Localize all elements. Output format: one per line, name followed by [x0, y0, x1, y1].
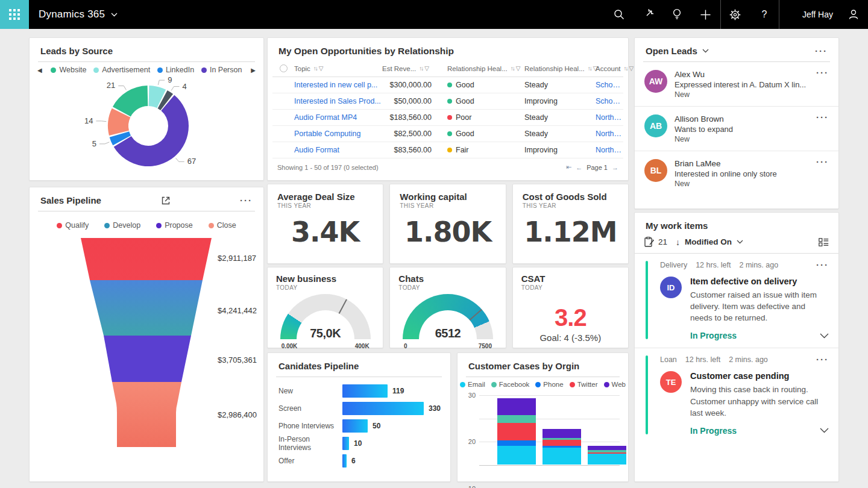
sales-funnel-chart[interactable]: $2,911,187$4,241,442$3,705,361$2,986,400 — [30, 232, 265, 461]
sort-icon[interactable]: ↑↓ — [511, 65, 514, 72]
funnel-stage-develop[interactable] — [90, 280, 203, 336]
table-row[interactable]: Audio Format MP4 $183,560.00 Poor Steady… — [272, 110, 623, 126]
work-item-title[interactable]: Item defective on delivery — [690, 277, 829, 286]
sort-by-selector[interactable]: Modified On — [685, 237, 732, 246]
work-item-title[interactable]: Customer case pending — [690, 371, 829, 381]
lead-more-button[interactable]: ··· — [816, 70, 829, 99]
legend-next-icon[interactable]: ▶ — [249, 67, 257, 74]
help-button[interactable]: ? — [750, 0, 779, 29]
legend-item-twitter[interactable]: Twitter — [570, 381, 598, 388]
customer-cases-stacked-chart[interactable]: 3020100 — [464, 395, 620, 474]
lead-name[interactable]: Brian LaMee — [675, 159, 816, 168]
prev-page-icon[interactable]: ← — [576, 164, 582, 171]
bar[interactable] — [342, 454, 347, 468]
topic-link[interactable]: Audio Format — [294, 146, 382, 154]
stack-segment-email[interactable] — [588, 454, 626, 465]
legend-item-advertisement[interactable]: Advertisement — [93, 66, 150, 74]
quick-launch-button[interactable] — [634, 0, 662, 29]
stack-segment-email[interactable] — [497, 446, 536, 465]
lead-list-item[interactable]: BL Brian LaMee Interested in online only… — [635, 151, 838, 195]
topic-link[interactable]: Audio Format MP4 — [294, 113, 382, 122]
funnel-stage-close[interactable] — [112, 382, 181, 447]
table-row[interactable]: Audio Format $83,560.00 Fair Improving N… — [272, 142, 623, 158]
column-header-account[interactable]: Account↑↓▽ — [596, 65, 634, 72]
funnel-stage-propose[interactable] — [104, 336, 191, 382]
sort-icon[interactable]: ↑↓ — [624, 65, 627, 72]
topic-link[interactable]: Interested in new cell p... — [294, 81, 382, 89]
work-item-more-button[interactable]: ··· — [816, 262, 829, 268]
column-header-topic[interactable]: Topic↑↓▽ — [294, 65, 382, 72]
stack-segment-twitter[interactable] — [542, 440, 581, 445]
stack-segment-web[interactable] — [588, 446, 626, 450]
next-page-icon[interactable]: → — [612, 164, 618, 171]
app-launcher-button[interactable] — [0, 0, 29, 29]
search-button[interactable] — [605, 0, 634, 29]
candidates-bar-row[interactable]: In-Person Interviews10 — [278, 437, 441, 450]
work-item-status[interactable]: In Progress — [690, 331, 737, 340]
sort-descending-icon[interactable]: ↓ — [676, 237, 680, 247]
column-header-relationship-trend[interactable]: Relationship Heal...↑↓▽ — [524, 65, 596, 72]
app-switcher-chevron-icon[interactable] — [111, 13, 118, 17]
legend-item-qualify[interactable]: Qualify — [57, 221, 89, 230]
bar[interactable] — [342, 437, 349, 450]
chevron-down-icon[interactable] — [702, 49, 709, 53]
bar[interactable] — [342, 419, 368, 433]
column-header-est-revenue[interactable]: Est Reve...↑↓▽ — [382, 65, 447, 72]
work-item-more-button[interactable]: ··· — [816, 357, 829, 363]
candidates-bar-chart[interactable]: New119Screen330Phone Interviews50In-Pers… — [268, 377, 450, 468]
work-item-status[interactable]: In Progress — [690, 426, 737, 436]
sort-icon[interactable]: ↑↓ — [419, 65, 423, 72]
lead-name[interactable]: Allison Brown — [675, 114, 816, 124]
account-link[interactable]: Northwind Trad... — [596, 146, 623, 154]
legend-item-web[interactable]: Web — [604, 381, 626, 388]
user-name[interactable]: Jeff Hay — [802, 10, 833, 19]
lead-more-button[interactable]: ··· — [816, 159, 829, 188]
candidates-bar-row[interactable]: Phone Interviews50 — [278, 419, 441, 433]
stacked-bar[interactable] — [588, 446, 626, 465]
expand-button[interactable] — [820, 333, 829, 339]
work-item[interactable]: Loan 12 hrs. left 2 mins. ago ··· TE Cus… — [635, 348, 838, 442]
stack-segment-twitter[interactable] — [497, 423, 536, 440]
legend-item-in-person[interactable]: In Person — [201, 66, 242, 74]
table-row[interactable]: Portable Computing $82,500.00 Good Stead… — [272, 126, 623, 142]
legend-prev-icon[interactable]: ◀ — [36, 67, 44, 74]
stack-segment-web[interactable] — [497, 398, 536, 415]
more-options-button[interactable]: ··· — [240, 198, 253, 204]
legend-item-website[interactable]: Website — [51, 66, 86, 74]
stack-segment-phone[interactable] — [497, 440, 536, 446]
select-all-checkbox[interactable] — [280, 64, 288, 72]
legend-item-email[interactable]: Email — [460, 381, 485, 388]
topic-link[interactable]: Interested in Sales Prod... — [294, 97, 382, 105]
legend-item-close[interactable]: Close — [209, 221, 236, 230]
account-link[interactable]: Northwind Trad... — [596, 113, 623, 122]
stack-segment-web[interactable] — [542, 429, 581, 438]
popout-button[interactable] — [161, 196, 171, 205]
more-options-button[interactable]: ··· — [815, 48, 828, 54]
table-row[interactable]: Interested in Sales Prod... $50,000.00 G… — [272, 93, 623, 110]
legend-item-facebook[interactable]: Facebook — [491, 381, 530, 388]
gauge-chart[interactable]: 75,0K 0.00K 400K — [280, 294, 371, 349]
first-page-icon[interactable]: ⇤ — [566, 163, 571, 171]
stack-segment-email[interactable] — [542, 448, 581, 465]
lead-more-button[interactable]: ··· — [816, 114, 829, 143]
account-button[interactable] — [839, 0, 868, 29]
funnel-stage-qualify[interactable] — [81, 238, 212, 280]
topic-link[interactable]: Portable Computing — [294, 130, 382, 138]
bar[interactable] — [342, 384, 388, 398]
stack-segment-facebook[interactable] — [497, 415, 536, 423]
lead-name[interactable]: Alex Wu — [675, 70, 816, 79]
legend-item-phone[interactable]: Phone — [535, 381, 563, 388]
account-link[interactable]: School of Fine Art — [596, 97, 623, 105]
legend-item-linkedin[interactable]: LinkedIn — [157, 66, 194, 74]
gauge-chart[interactable]: 6512 0 7500 — [403, 294, 493, 349]
account-link[interactable]: School of Fine Art — [596, 81, 623, 89]
candidates-bar-row[interactable]: New119 — [278, 384, 441, 398]
lead-list-item[interactable]: AW Alex Wu Expressed interest in A. Datu… — [635, 62, 838, 107]
insights-button[interactable] — [662, 0, 691, 29]
filter-icon[interactable]: ▽ — [319, 65, 324, 72]
candidates-bar-row[interactable]: Offer6 — [278, 454, 441, 468]
lead-list-item[interactable]: AB Allison Brown Wants to expand New ··· — [635, 107, 838, 151]
create-new-button[interactable] — [691, 0, 720, 29]
account-link[interactable]: Northwind Trad... — [596, 130, 623, 138]
legend-item-develop[interactable]: Develop — [104, 221, 140, 230]
